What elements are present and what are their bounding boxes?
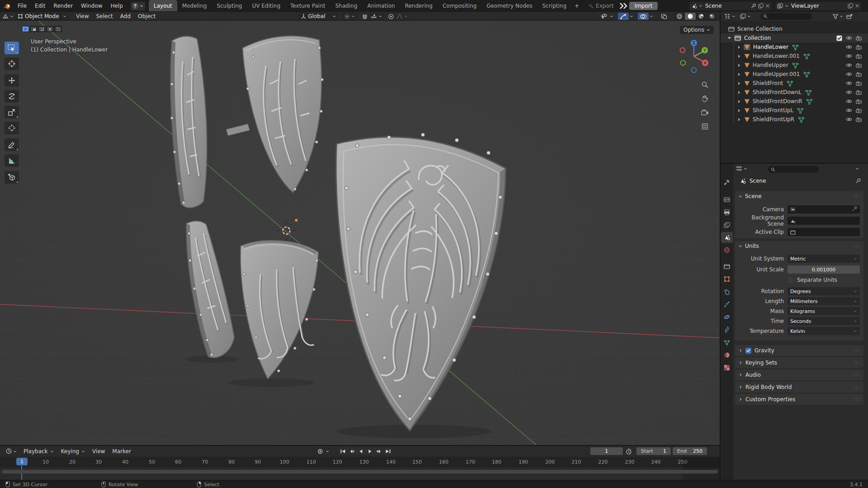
panel-grip[interactable] xyxy=(854,193,860,199)
select-mode-extend[interactable] xyxy=(30,26,38,32)
panel-grip[interactable] xyxy=(854,372,860,378)
workspace-tab-geometry-nodes[interactable]: Geometry Nodes xyxy=(482,0,537,12)
menu-window[interactable]: Window xyxy=(77,0,106,12)
pan-view-icon[interactable] xyxy=(700,94,710,104)
panel-grip[interactable] xyxy=(854,396,860,403)
tool-select-box[interactable] xyxy=(5,42,19,54)
tab-modifiers[interactable] xyxy=(721,286,733,297)
new-collection-button[interactable] xyxy=(844,14,854,19)
editor-divider-vertical[interactable] xyxy=(720,12,721,480)
tab-world[interactable] xyxy=(721,245,733,256)
disclosure-closed-icon[interactable] xyxy=(737,99,741,104)
disclosure-closed-icon[interactable] xyxy=(737,118,741,122)
panel-grip[interactable] xyxy=(854,360,860,366)
hide-eye-icon[interactable] xyxy=(846,99,852,104)
outliner-row-scene-collection[interactable]: Scene Collection xyxy=(720,24,868,33)
tab-material[interactable] xyxy=(721,350,733,360)
tab-scene[interactable] xyxy=(721,232,733,243)
panel-grip[interactable] xyxy=(854,243,860,249)
tab-constraints[interactable] xyxy=(721,324,733,335)
outliner-row-object[interactable]: ShieldFrontDownR xyxy=(720,97,868,106)
frame-start-field[interactable]: Start1 xyxy=(636,447,671,455)
time-dropdown[interactable]: Seconds xyxy=(787,317,860,325)
play-button[interactable] xyxy=(365,447,375,455)
disable-render-camera-icon[interactable] xyxy=(856,99,862,104)
visibility-dropdown[interactable] xyxy=(598,13,609,20)
disable-render-camera-icon[interactable] xyxy=(856,36,862,41)
menu-playback[interactable]: Playback xyxy=(20,448,57,455)
select-mode-subtract[interactable] xyxy=(38,26,46,32)
auto-keying-button[interactable] xyxy=(316,447,325,455)
editor-divider-outliner-props[interactable] xyxy=(721,163,868,164)
shading-wireframe-button[interactable] xyxy=(674,13,685,20)
workspace-tab-sculpting[interactable]: Sculpting xyxy=(212,0,247,12)
temperature-dropdown[interactable]: Kelvin xyxy=(787,327,860,335)
eyedropper-icon[interactable] xyxy=(852,206,857,213)
properties-options-button[interactable] xyxy=(855,167,859,171)
workspace-tab-texture-paint[interactable]: Texture Paint xyxy=(285,0,330,12)
outliner-row-object[interactable]: HandleLower xyxy=(720,43,868,52)
editor-type-timeline-button[interactable] xyxy=(3,448,20,454)
unit-system-dropdown[interactable]: Metric xyxy=(787,255,860,263)
outliner-row-object[interactable]: ShieldFrontUpL xyxy=(720,106,868,115)
hide-eye-icon[interactable] xyxy=(846,117,852,122)
stopwatch-icon[interactable] xyxy=(626,448,632,455)
panel-custom-properties[interactable]: Custom Properties xyxy=(735,394,863,405)
tab-texture[interactable] xyxy=(721,362,733,373)
outliner-row-object[interactable]: HandleLower.001 xyxy=(720,52,868,61)
workspace-tab-compositing[interactable]: Compositing xyxy=(437,0,481,12)
workspace-tab-uv-editing[interactable]: UV Editing xyxy=(247,0,285,12)
tab-object[interactable] xyxy=(721,274,733,284)
hide-eye-icon[interactable] xyxy=(846,54,852,58)
panel-units-header[interactable]: Units xyxy=(735,241,863,251)
tab-particles[interactable] xyxy=(721,299,733,310)
hide-eye-icon[interactable] xyxy=(846,63,852,67)
tab-view-layer[interactable] xyxy=(721,219,733,230)
disclosure-closed-icon[interactable] xyxy=(737,45,741,49)
workspace-tab-scripting[interactable]: Scripting xyxy=(537,0,571,12)
camera-field[interactable] xyxy=(787,205,860,213)
active-clip-field[interactable] xyxy=(787,228,860,236)
select-mode-invert[interactable] xyxy=(46,26,54,32)
chevron-down-icon[interactable] xyxy=(326,450,329,453)
panel-scene-header[interactable]: Scene xyxy=(735,191,863,201)
menu-marker[interactable]: Marker xyxy=(109,448,134,455)
proportional-falloff-selector[interactable] xyxy=(394,13,410,20)
tool-cursor[interactable] xyxy=(5,57,19,70)
mode-selector[interactable]: Object Mode xyxy=(15,13,69,20)
workspace-tab-rendering[interactable]: Rendering xyxy=(400,0,437,12)
show-gizmo-toggle[interactable] xyxy=(618,13,629,20)
display-mode-selector[interactable] xyxy=(738,14,753,19)
disclosure-closed-icon[interactable] xyxy=(737,72,741,76)
workspace-tab-layout[interactable]: Layout xyxy=(149,0,177,12)
hide-eye-icon[interactable] xyxy=(846,108,852,113)
blender-logo-icon[interactable] xyxy=(0,3,14,9)
scene-selector[interactable]: Scene xyxy=(689,2,772,10)
panel-rigid-body-world[interactable]: Rigid Body World xyxy=(735,382,863,393)
export-button[interactable]: Export xyxy=(585,2,617,10)
outliner-row-object[interactable]: HandleUpper xyxy=(720,61,868,70)
select-mode-set[interactable] xyxy=(22,26,29,32)
options-button[interactable]: Options xyxy=(680,26,714,34)
menu-keying[interactable]: Keying xyxy=(57,448,89,455)
menu-edit[interactable]: Edit xyxy=(31,0,49,12)
ortho-toggle-icon[interactable] xyxy=(700,121,710,131)
tool-rotate[interactable] xyxy=(5,90,19,103)
transform-orientation-selector[interactable]: Global xyxy=(299,13,338,20)
prev-keyframe-button[interactable] xyxy=(347,447,356,455)
disclosure-closed-icon[interactable] xyxy=(737,81,741,85)
add-workspace-button[interactable]: + xyxy=(571,0,582,12)
length-dropdown[interactable]: Millimeters xyxy=(787,297,860,305)
properties-search-input[interactable] xyxy=(768,166,819,173)
disable-render-camera-icon[interactable] xyxy=(856,81,862,86)
mass-dropdown[interactable]: Kilograms xyxy=(787,307,860,315)
menu-object[interactable]: Object xyxy=(134,13,159,19)
timeline-ruler[interactable]: 10 20 30 40 50 60 70 80 90 100 110 120 1… xyxy=(0,457,720,468)
disable-render-camera-icon[interactable] xyxy=(856,45,862,50)
disable-render-camera-icon[interactable] xyxy=(856,72,862,77)
editor-type-properties-button[interactable] xyxy=(736,166,747,171)
viewport-canvas[interactable] xyxy=(0,21,720,445)
tab-object-data[interactable] xyxy=(721,337,733,348)
tab-tool[interactable] xyxy=(721,177,733,188)
tool-transform[interactable] xyxy=(5,122,19,134)
